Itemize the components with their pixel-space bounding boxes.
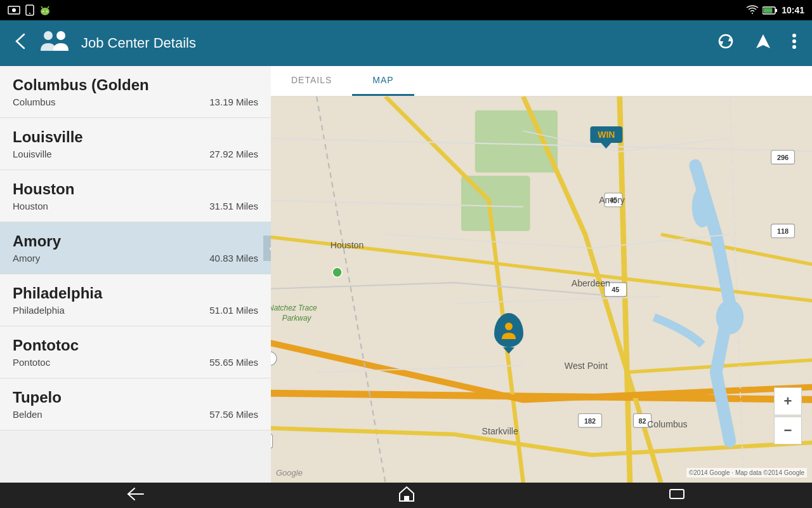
list-item-title: Tupelo	[13, 389, 258, 406]
more-icon	[792, 33, 797, 50]
time-display: 10:41	[782, 5, 804, 15]
bottom-nav	[0, 483, 812, 508]
list-item-distance: 31.51 Miles	[209, 201, 258, 211]
toolbar: Job Center Details	[0, 20, 812, 66]
refresh-icon	[717, 32, 735, 50]
win-map-pin[interactable]: WIN	[590, 126, 622, 143]
sidebar: Columbus (Golden Columbus 13.19 Miles Lo…	[0, 66, 271, 483]
navigate-button[interactable]	[750, 28, 776, 58]
status-bar-left	[8, 4, 51, 16]
collapse-arrow[interactable]: ‹	[263, 236, 271, 261]
list-item-distance: 51.01 Miles	[209, 305, 258, 316]
svg-text:118: 118	[777, 227, 789, 235]
page-title: Job Center Details	[81, 35, 704, 51]
svg-text:296: 296	[777, 154, 789, 161]
list-item-title: Louisville	[13, 128, 258, 146]
map-svg: 45 45 118 296 50 9 182 82 Houston Natche…	[271, 97, 812, 483]
people-icon	[38, 27, 71, 60]
list-item-subtitle: Pontotoc	[13, 357, 50, 368]
list-item-distance: 57.56 Miles	[209, 409, 258, 420]
svg-point-12	[44, 31, 53, 40]
toolbar-actions	[712, 27, 802, 59]
list-item-tupelo[interactable]: Tupelo Belden 57.56 Miles	[0, 378, 271, 431]
back-nav-button[interactable]	[107, 483, 165, 508]
recent-nav-icon	[669, 487, 685, 501]
status-bar-right: 10:41	[746, 5, 804, 15]
svg-text:Columbus: Columbus	[647, 419, 688, 429]
list-item-distance: 27.92 Miles	[209, 149, 258, 159]
list-item-title: Philadelphia	[13, 284, 258, 302]
right-panel: DETAILS MAP	[271, 66, 812, 483]
more-button[interactable]	[787, 28, 802, 58]
tab-map[interactable]: MAP	[352, 66, 414, 96]
svg-text:Natchez Trace: Natchez Trace	[271, 304, 317, 312]
zoom-out-button[interactable]: −	[774, 417, 802, 444]
svg-point-1	[12, 8, 16, 12]
svg-text:Houston: Houston	[331, 240, 364, 250]
person-map-pin[interactable]	[494, 313, 523, 347]
battery-icon	[763, 6, 778, 15]
svg-text:82: 82	[639, 417, 646, 425]
list-item-title: Columbus (Golden	[13, 76, 258, 94]
back-arrow-icon	[15, 33, 25, 50]
svg-point-17	[792, 45, 796, 49]
svg-rect-51	[404, 496, 409, 501]
recent-nav-button[interactable]	[648, 483, 705, 508]
list-item-philadelphia[interactable]: Philadelphia Philadelphia 51.01 Miles	[0, 274, 271, 326]
svg-marker-14	[756, 34, 770, 48]
svg-point-3	[29, 13, 30, 14]
svg-text:Amory: Amory	[599, 195, 625, 205]
list-item-columbus[interactable]: Columbus (Golden Columbus 13.19 Miles	[0, 66, 271, 118]
list-item-louisville[interactable]: Louisville Louisville 27.92 Miles	[0, 118, 271, 170]
svg-point-16	[792, 39, 796, 43]
list-item-subtitle: Belden	[13, 409, 43, 420]
svg-text:Starkville: Starkville	[482, 426, 518, 436]
svg-rect-10	[775, 9, 777, 12]
person-icon	[501, 321, 517, 339]
android-icon	[39, 4, 51, 16]
refresh-button[interactable]	[712, 27, 740, 59]
zoom-in-button[interactable]: +	[774, 387, 802, 415]
home-nav-button[interactable]	[378, 482, 435, 509]
svg-line-7	[41, 6, 43, 8]
list-item-houston[interactable]: Houston Houston 31.51 Miles	[0, 170, 271, 222]
tab-details[interactable]: DETAILS	[271, 66, 352, 96]
svg-line-8	[48, 6, 49, 8]
list-item-pontotoc[interactable]: Pontotoc Pontotoc 55.65 Miles	[0, 326, 271, 378]
svg-point-5	[43, 11, 44, 12]
google-logo: Google	[276, 468, 303, 478]
svg-point-6	[46, 11, 48, 12]
svg-rect-34	[271, 434, 273, 448]
svg-rect-52	[670, 490, 684, 498]
svg-text:Parkway: Parkway	[282, 314, 312, 323]
map-controls: + −	[774, 387, 802, 444]
svg-text:Aberdeen: Aberdeen	[572, 278, 610, 288]
map-attribution: ©2014 Google · Map data ©2014 Google	[686, 468, 807, 478]
svg-point-15	[792, 34, 796, 37]
svg-text:182: 182	[584, 417, 596, 425]
svg-text:West Point: West Point	[565, 361, 608, 371]
svg-text:45: 45	[612, 286, 619, 293]
map-container[interactable]: 45 45 118 296 50 9 182 82 Houston Natche…	[271, 97, 812, 483]
list-item-subtitle: Columbus	[13, 97, 56, 107]
svg-point-23	[332, 267, 342, 277]
main-content: Columbus (Golden Columbus 13.19 Miles Lo…	[0, 66, 812, 483]
svg-rect-11	[764, 8, 773, 13]
phone-icon	[25, 4, 34, 16]
list-item-title: Amory	[13, 232, 258, 250]
list-item-amory[interactable]: Amory Amory 40.83 Miles ‹	[0, 222, 271, 274]
list-item-distance: 55.65 Miles	[209, 357, 258, 368]
svg-point-48	[505, 323, 513, 330]
tabs: DETAILS MAP	[271, 66, 812, 97]
svg-point-22	[716, 300, 743, 334]
list-item-title: Pontotoc	[13, 337, 258, 354]
list-item-subtitle: Philadelphia	[13, 305, 65, 316]
wifi-icon	[746, 5, 759, 15]
list-item-distance: 40.83 Miles	[209, 253, 258, 264]
photo-icon	[8, 6, 20, 15]
back-nav-icon	[127, 487, 145, 501]
navigation-icon	[755, 33, 771, 50]
list-item-subtitle: Amory	[13, 253, 40, 264]
back-button[interactable]	[10, 28, 30, 58]
status-bar: 10:41	[0, 0, 812, 20]
